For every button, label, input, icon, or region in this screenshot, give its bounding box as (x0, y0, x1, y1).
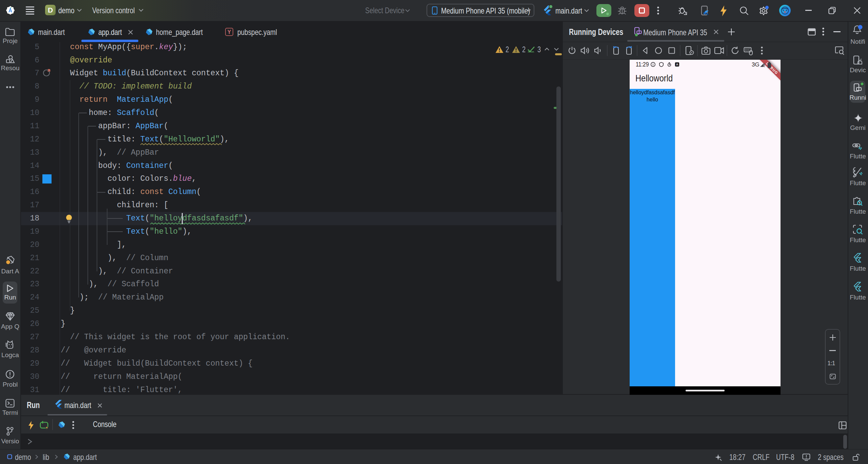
svg-text:A: A (676, 63, 678, 66)
